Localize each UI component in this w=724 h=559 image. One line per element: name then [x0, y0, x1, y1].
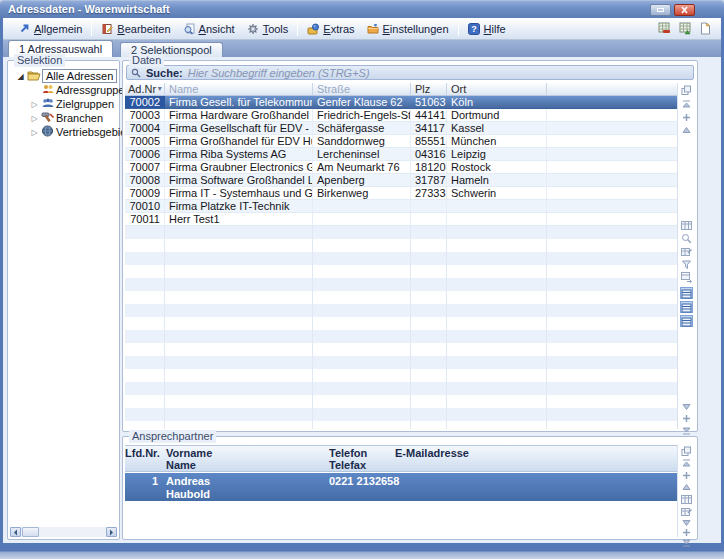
cell-adnr[interactable]: 70011 — [125, 213, 165, 225]
cell-adnr[interactable]: 70003 — [125, 109, 165, 121]
table-row[interactable]: 70007 Firma Graubner Electronics GmbH Am… — [125, 161, 677, 174]
cell-name[interactable]: Firma Hardware Großhandel Dortmund — [165, 109, 313, 121]
grid-columns-button[interactable] — [681, 494, 692, 505]
insert-row-button[interactable] — [681, 112, 692, 123]
cell-email[interactable] — [395, 475, 677, 501]
scrollbar-thumb[interactable] — [22, 527, 39, 537]
grid-edit-button[interactable] — [681, 246, 692, 257]
cell-lfdnr[interactable]: 1 — [125, 475, 161, 501]
cell-strasse[interactable] — [313, 200, 411, 212]
cell-name[interactable]: Herr Test1 — [165, 213, 313, 225]
contact-row-selected[interactable]: 1 Andreas Haubold 0221 2132658 — [125, 473, 677, 501]
cell-vorname-name[interactable]: Andreas Haubold — [161, 475, 329, 501]
scroll-bottom-button[interactable] — [681, 425, 692, 436]
cell-strasse[interactable]: Am Neumarkt 76 — [313, 161, 411, 173]
cell-ort[interactable]: Dortmund — [447, 109, 547, 121]
view-list-button-2[interactable] — [680, 301, 693, 313]
cell-plz[interactable]: 27333 — [411, 187, 447, 199]
table-import-button[interactable] — [679, 22, 692, 35]
column-header-lfdnr[interactable]: Lfd.Nr. — [125, 447, 161, 471]
cell-adnr[interactable]: 70005 — [125, 135, 165, 147]
cell-name[interactable]: Firma IT - Systemhaus und Großhandel — [165, 187, 313, 199]
table-remove-button[interactable] — [658, 22, 671, 35]
tree-item-alle-adressen[interactable]: ◢ Alle Adressen — [8, 69, 119, 83]
cell-ort[interactable]: Kassel — [447, 122, 547, 134]
cell-strasse[interactable]: Friedrich-Engels-Str. — [313, 109, 411, 121]
cell-adnr[interactable]: 70009 — [125, 187, 165, 199]
cell-name[interactable]: Firma Großhandel für EDV Hutner — [165, 135, 313, 147]
cell-name[interactable]: Firma Gesellschaft für EDV - Systeme — [165, 122, 313, 134]
grid-columns-button[interactable] — [681, 220, 692, 231]
scroll-bottom-button[interactable] — [681, 537, 692, 548]
horizontal-scrollbar[interactable] — [10, 527, 117, 537]
cell-adnr[interactable]: 70004 — [125, 122, 165, 134]
table-row[interactable]: 70004 Firma Gesellschaft für EDV - Syste… — [125, 122, 677, 135]
cell-adnr[interactable]: 70006 — [125, 148, 165, 160]
cell-telefon-telefax[interactable]: 0221 2132658 — [329, 475, 395, 501]
column-header-telefon-telefax[interactable]: Telefon Telefax — [329, 447, 395, 471]
column-header-ort[interactable]: Ort — [447, 83, 547, 95]
cell-name[interactable]: Firma Platzke IT-Technik — [165, 200, 313, 212]
cell-adnr[interactable]: 70008 — [125, 174, 165, 186]
column-header-name[interactable]: Name — [165, 83, 313, 95]
search-bar[interactable]: Suche: Hier Suchbegriff eingeben (STRG+S… — [126, 65, 694, 80]
cell-ort[interactable]: Hameln — [447, 174, 547, 186]
table-row[interactable]: 70011 Herr Test1 — [125, 213, 677, 226]
scroll-up-button[interactable] — [681, 125, 692, 136]
table-row[interactable]: 70010 Firma Platzke IT-Technik — [125, 200, 677, 213]
cell-adnr-focused[interactable]: 70002 — [125, 96, 165, 108]
expander-collapsed-icon[interactable]: ▷ — [28, 100, 41, 109]
grid-edit-button[interactable] — [681, 506, 692, 517]
table-row[interactable]: 70006 Firma Riba Systems AG Lercheninsel… — [125, 148, 677, 161]
cell-name[interactable]: Firma Graubner Electronics GmbH — [165, 161, 313, 173]
menu-tools[interactable]: Tools — [241, 21, 295, 37]
scroll-top-button[interactable] — [681, 458, 692, 469]
cell-strasse[interactable]: Birkenweg — [313, 187, 411, 199]
grid-window-button[interactable] — [681, 272, 692, 283]
cell-plz[interactable]: 44141 — [411, 109, 447, 121]
cell-name[interactable]: Firma Gesell. für Telekommunikation — [165, 96, 313, 108]
cell-ort[interactable] — [447, 213, 547, 225]
expander-collapsed-icon[interactable]: ▷ — [28, 114, 41, 123]
menu-hilfe[interactable]: ? Hilfe — [462, 21, 512, 37]
grid-filter-button[interactable] — [681, 259, 692, 270]
cell-strasse[interactable]: Apenberg — [313, 174, 411, 186]
cell-strasse[interactable]: Genfer Klause 62 — [313, 96, 411, 108]
tree-item-vertriebsgebiete[interactable]: ▷ Vertriebsgebiete — [8, 125, 119, 139]
menu-extras[interactable]: Extras — [301, 21, 360, 37]
column-header-email[interactable]: E-Mailadresse — [395, 447, 677, 471]
cell-strasse[interactable] — [313, 213, 411, 225]
cell-strasse[interactable]: Schäfergasse — [313, 122, 411, 134]
menu-einstellungen[interactable]: Einstellungen — [361, 21, 455, 37]
tree-item-adressgruppen[interactable]: Adressgruppen — [8, 83, 119, 97]
copy-rows-button[interactable] — [681, 446, 692, 457]
expander-collapsed-icon[interactable]: ▷ — [28, 128, 41, 137]
tree-item-zielgruppen[interactable]: ▷ Zielgruppen — [8, 97, 119, 111]
cell-name[interactable]: Firma Software Großhandel Lübke AG — [165, 174, 313, 186]
cell-name[interactable]: Firma Riba Systems AG — [165, 148, 313, 160]
close-button[interactable] — [674, 4, 695, 16]
cell-adnr[interactable]: 70010 — [125, 200, 165, 212]
cell-strasse[interactable]: Sanddornweg — [313, 135, 411, 147]
cell-ort[interactable]: München — [447, 135, 547, 147]
column-header-plz[interactable]: Plz — [411, 83, 447, 95]
scroll-up-button[interactable] — [681, 482, 692, 493]
table-row[interactable]: 70008 Firma Software Großhandel Lübke AG… — [125, 174, 677, 187]
append-row-button[interactable] — [681, 413, 692, 424]
cell-strasse[interactable]: Lercheninsel — [313, 148, 411, 160]
tree-item-branchen[interactable]: ▷ Branchen — [8, 111, 119, 125]
cell-plz[interactable]: 34117 — [411, 122, 447, 134]
scroll-top-button[interactable] — [681, 99, 692, 110]
cell-plz[interactable]: 31787 — [411, 174, 447, 186]
cell-plz[interactable]: 18120 — [411, 161, 447, 173]
table-row-selected[interactable]: 70002 Firma Gesell. für Telekommunikatio… — [125, 96, 677, 109]
scroll-down-button[interactable] — [681, 401, 692, 412]
grid-search-button[interactable] — [681, 233, 692, 244]
cell-ort[interactable] — [447, 200, 547, 212]
cell-ort[interactable]: Köln — [447, 96, 547, 108]
cell-adnr[interactable]: 70007 — [125, 161, 165, 173]
expander-open-icon[interactable]: ◢ — [14, 72, 27, 81]
column-header-adnr[interactable]: Ad.Nr ▼ — [125, 83, 165, 95]
copy-rows-button[interactable] — [681, 85, 692, 96]
table-row[interactable]: 70009 Firma IT - Systemhaus und Großhand… — [125, 187, 677, 200]
